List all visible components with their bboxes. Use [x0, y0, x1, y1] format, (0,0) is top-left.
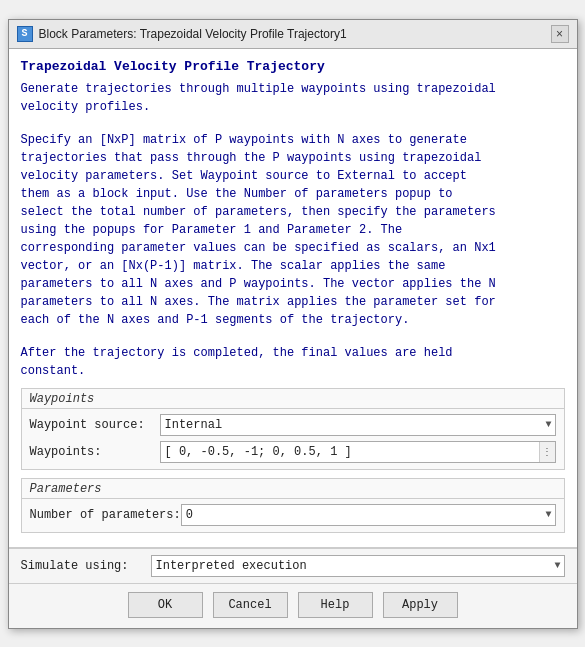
- ok-button[interactable]: OK: [128, 592, 203, 618]
- close-button[interactable]: ×: [551, 25, 569, 43]
- simulate-label: Simulate using:: [21, 559, 151, 573]
- waypoints-input-wrapper: ⋮: [160, 441, 556, 463]
- waypoint-source-row: Waypoint source: Internal External ▼: [30, 414, 556, 436]
- titlebar-left: S Block Parameters: Trapezoidal Velocity…: [17, 26, 347, 42]
- num-params-label: Number of parameters:: [30, 508, 181, 522]
- description-para3: After the trajectory is completed, the f…: [21, 344, 565, 380]
- simulate-row: Simulate using: Interpreted execution Co…: [9, 548, 577, 583]
- parameters-section: Parameters Number of parameters: 0 1 2 ▼: [21, 478, 565, 533]
- waypoint-source-select-wrapper: Internal External ▼: [160, 414, 556, 436]
- titlebar: S Block Parameters: Trapezoidal Velocity…: [9, 20, 577, 49]
- simulate-select-wrapper: Interpreted execution Code generation ▼: [151, 555, 565, 577]
- num-params-dropdown[interactable]: 0 1 2: [181, 504, 556, 526]
- num-params-control: 0 1 2 ▼: [181, 504, 556, 526]
- description-para2: Specify an [NxP] matrix of P waypoints w…: [21, 131, 565, 329]
- parameters-section-content: Number of parameters: 0 1 2 ▼: [22, 499, 564, 532]
- waypoints-value-control: ⋮: [160, 441, 556, 463]
- waypoints-value-row: Waypoints: ⋮: [30, 441, 556, 463]
- waypoints-section-content: Waypoint source: Internal External ▼ Wa: [22, 409, 564, 469]
- footer-buttons: OK Cancel Help Apply: [9, 583, 577, 628]
- window-icon: S: [17, 26, 33, 42]
- waypoints-edit-icon[interactable]: ⋮: [539, 442, 555, 462]
- help-button[interactable]: Help: [298, 592, 373, 618]
- waypoint-source-control: Internal External ▼: [160, 414, 556, 436]
- simulate-dropdown[interactable]: Interpreted execution Code generation: [151, 555, 565, 577]
- description-para1: Generate trajectories through multiple w…: [21, 80, 565, 116]
- block-title: Trapezoidal Velocity Profile Trajectory: [21, 59, 565, 74]
- waypoint-source-dropdown[interactable]: Internal External: [160, 414, 556, 436]
- parameters-section-label: Parameters: [22, 479, 564, 499]
- waypoints-value-label: Waypoints:: [30, 445, 160, 459]
- waypoint-source-label: Waypoint source:: [30, 418, 160, 432]
- main-window: S Block Parameters: Trapezoidal Velocity…: [8, 19, 578, 629]
- apply-button[interactable]: Apply: [383, 592, 458, 618]
- waypoints-section: Waypoints Waypoint source: Internal Exte…: [21, 388, 565, 470]
- num-params-row: Number of parameters: 0 1 2 ▼: [30, 504, 556, 526]
- waypoints-input[interactable]: [161, 442, 539, 462]
- simulate-control: Interpreted execution Code generation ▼: [151, 555, 565, 577]
- waypoints-section-label: Waypoints: [22, 389, 564, 409]
- window-title: Block Parameters: Trapezoidal Velocity P…: [39, 27, 347, 41]
- num-params-select-wrapper: 0 1 2 ▼: [181, 504, 556, 526]
- cancel-button[interactable]: Cancel: [213, 592, 288, 618]
- main-content: Trapezoidal Velocity Profile Trajectory …: [9, 49, 577, 548]
